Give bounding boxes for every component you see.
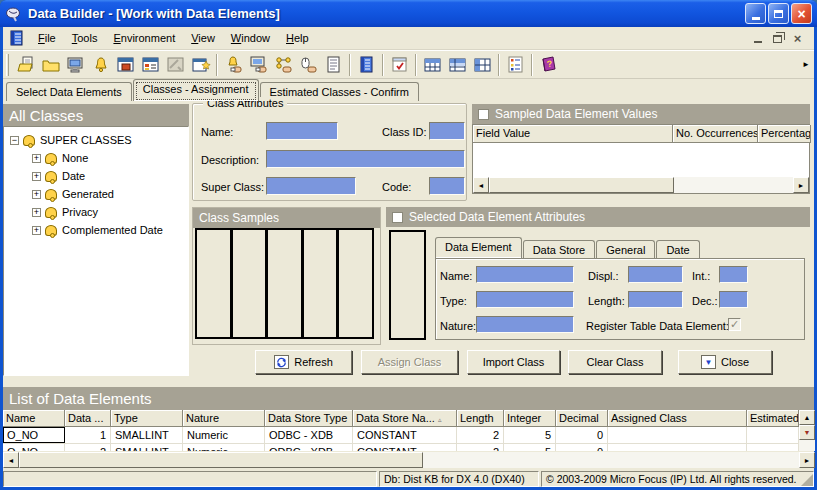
cell-name[interactable]: O_NO	[3, 427, 65, 443]
scroll-right-icon[interactable]	[793, 177, 809, 193]
menu-file[interactable]: File	[30, 29, 64, 47]
cell-integer[interactable]: 5	[504, 427, 556, 443]
cell-nature[interactable]: Numeric	[183, 444, 265, 451]
import-class-button[interactable]: Import Class	[467, 350, 560, 374]
menu-view[interactable]: View	[183, 29, 223, 47]
cell-integer[interactable]: 5	[504, 444, 556, 451]
col-data[interactable]: Data ...	[65, 410, 111, 427]
mdi-close-button[interactable]	[789, 31, 806, 46]
tree-item-privacy[interactable]: + Privacy	[6, 203, 186, 221]
title-bar[interactable]: Data Builder - [Work with Data Elements]	[0, 0, 817, 27]
cell-length[interactable]: 2	[457, 427, 504, 443]
col-nature[interactable]: Nature	[183, 410, 265, 427]
refresh-button[interactable]: Refresh	[255, 350, 352, 374]
tab-date[interactable]: Date	[656, 240, 699, 258]
sample-slot[interactable]	[197, 230, 233, 337]
scroll-thumb[interactable]	[489, 177, 674, 193]
data-elements-vscrollbar[interactable]	[799, 410, 815, 451]
scroll-thumb[interactable]	[19, 452, 423, 468]
tree-expand-icon[interactable]: +	[32, 208, 41, 217]
tree-item-complemented-date[interactable]: + Complemented Date	[6, 221, 186, 239]
window-check-icon[interactable]	[387, 52, 412, 77]
name-input[interactable]	[266, 122, 338, 140]
cell-name[interactable]: O_NO	[3, 444, 65, 451]
super-class-input[interactable]	[266, 177, 356, 195]
table-row-partial[interactable]: O_NO 2 SMALLINT Numeric ODBC - XDB CONST…	[3, 444, 799, 451]
col-decimal[interactable]: Decimal	[556, 410, 608, 427]
cell-data-store-name[interactable]: CONSTANT	[353, 444, 457, 451]
mdi-restore-button[interactable]	[769, 31, 786, 46]
cell-data-store-type[interactable]: ODBC - XDB	[265, 427, 353, 443]
description-input[interactable]	[266, 150, 465, 168]
sampled-values-hscrollbar[interactable]	[473, 177, 809, 193]
tab-general[interactable]: General	[596, 240, 655, 258]
clear-class-button[interactable]: Clear Class	[568, 350, 662, 374]
assign-class-button[interactable]: Assign Class	[361, 350, 458, 374]
monitor-icon[interactable]	[63, 52, 88, 77]
code-input[interactable]	[429, 177, 465, 195]
document-lines-icon[interactable]	[321, 52, 346, 77]
scroll-left-icon[interactable]	[3, 452, 19, 468]
col-name[interactable]: Name	[3, 410, 65, 427]
hand-mouse-icon[interactable]	[296, 52, 321, 77]
tree-expand-icon[interactable]: +	[32, 154, 41, 163]
col-percentage[interactable]: Percentag	[758, 125, 811, 143]
de-int-input[interactable]	[719, 266, 748, 283]
cell-type[interactable]: SMALLINT	[111, 427, 183, 443]
cell-length[interactable]: 2	[457, 444, 504, 451]
window-items-icon[interactable]	[138, 52, 163, 77]
close-button[interactable]	[791, 3, 812, 24]
tree-root-super-classes[interactable]: − SUPER CLASSES	[6, 131, 186, 149]
mdi-system-icon[interactable]	[9, 30, 24, 46]
tree-expand-icon[interactable]: +	[32, 226, 41, 235]
de-displ-input[interactable]	[628, 266, 683, 283]
minimize-button[interactable]	[745, 3, 766, 24]
de-dec-input[interactable]	[719, 291, 748, 308]
sample-slot[interactable]	[304, 230, 340, 337]
maximize-button[interactable]	[768, 3, 789, 24]
tab-data-store[interactable]: Data Store	[523, 240, 596, 258]
list-bullets-icon[interactable]	[503, 52, 528, 77]
table-columns-icon[interactable]	[470, 52, 495, 77]
register-checkbox[interactable]: ✓	[728, 318, 741, 331]
col-data-store-type[interactable]: Data Store Type	[265, 410, 353, 427]
notebook-icon[interactable]	[354, 52, 379, 77]
menu-window[interactable]: Window	[223, 29, 278, 47]
scroll-left-icon[interactable]	[473, 177, 489, 193]
tree-item-generated[interactable]: + Generated	[6, 185, 186, 203]
de-type-input[interactable]	[476, 291, 574, 308]
table-row[interactable]: O_NO 1 SMALLINT Numeric ODBC - XDB CONST…	[3, 427, 799, 444]
cell-estimated[interactable]	[747, 427, 799, 443]
hand-nodes-icon[interactable]	[271, 52, 296, 77]
close-panel-button[interactable]: ▼ Close	[678, 350, 772, 374]
tab-data-element[interactable]: Data Element	[435, 237, 522, 258]
col-estimated[interactable]: Estimated	[747, 410, 799, 427]
window-puzzle-icon[interactable]	[113, 52, 138, 77]
de-nature-input[interactable]	[476, 316, 574, 333]
toolbar-overflow-icon[interactable]	[802, 60, 810, 69]
monitor-hand-icon[interactable]	[246, 52, 271, 77]
cell-assigned-class[interactable]	[608, 427, 747, 443]
cell-nature[interactable]: Numeric	[183, 427, 265, 443]
menu-help[interactable]: Help	[278, 29, 317, 47]
col-no-occurrences[interactable]: No. Occurrences	[673, 125, 758, 143]
tree-item-date[interactable]: + Date	[6, 167, 186, 185]
menu-tools[interactable]: Tools	[64, 29, 106, 47]
table-header-icon[interactable]	[420, 52, 445, 77]
col-assigned-class[interactable]: Assigned Class	[608, 410, 747, 427]
cell-assigned-class[interactable]	[608, 444, 747, 451]
open-data-file-icon[interactable]	[13, 52, 38, 77]
cell-estimated[interactable]	[747, 444, 799, 451]
menu-environment[interactable]: Environment	[105, 29, 183, 47]
selected-attributes-checkbox[interactable]	[392, 212, 403, 223]
col-length[interactable]: Length	[457, 410, 504, 427]
tab-select-data-elements[interactable]: Select Data Elements	[6, 82, 132, 101]
toolbar-grip[interactable]	[6, 54, 9, 76]
tree-expand-icon[interactable]: +	[32, 190, 41, 199]
cell-decimal[interactable]: 0	[556, 444, 608, 451]
cell-decimal[interactable]: 0	[556, 427, 608, 443]
col-data-store-name[interactable]: Data Store Na... ▵	[353, 410, 457, 427]
bell-hand-icon[interactable]	[221, 52, 246, 77]
scroll-up-icon[interactable]	[799, 410, 815, 425]
cell-data-store-name[interactable]: CONSTANT	[353, 427, 457, 443]
